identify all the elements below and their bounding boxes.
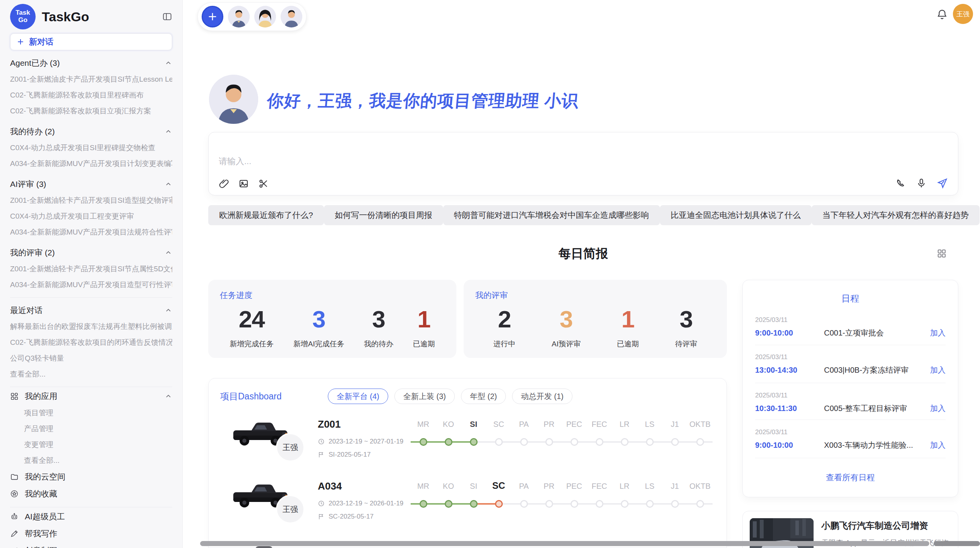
sidebar-item[interactable]: C0X4-动力总成开发项目SI里程碑提交物检查 — [10, 140, 172, 156]
sidebar-item[interactable]: C0X4-动力总成开发项目工程变更评审 — [10, 208, 172, 224]
milestone: PEC — [562, 414, 587, 464]
user-avatar-badge[interactable]: 王强 — [953, 4, 973, 24]
project-row[interactable]: 王强Z0012023-12-19 ~ 2027-01-19SI-2025-05-… — [220, 414, 716, 476]
sidebar-item-tool[interactable]: AI超级员工 — [10, 508, 172, 525]
dashboard-tab[interactable]: 全新上装 (3) — [394, 389, 455, 404]
project-row[interactable]: 王强A0342023-12-19 ~ 2026-01-19SC-2025-05-… — [220, 476, 716, 538]
sidebar-item[interactable]: 查看全部... — [10, 366, 172, 382]
sidebar-section-header[interactable]: 我的待办 (2) — [10, 123, 172, 140]
suggestion-chip[interactable]: 当下年轻人对汽车外观有怎样的喜好趋势 — [812, 205, 980, 225]
milestone-dot — [646, 500, 654, 508]
milestone-label: LS — [637, 482, 662, 491]
project-flag: SI-2025-05-17 — [318, 451, 371, 459]
milestone: SI — [461, 414, 486, 464]
milestone-label: MR — [411, 482, 436, 491]
dashboard-header: 项目Dashboard 全新平台 (4)全新上装 (3)年型 (2)动总开发 (… — [209, 378, 726, 404]
image-icon[interactable] — [238, 178, 249, 189]
sidebar-section-title: 我的待办 (2) — [10, 126, 55, 137]
send-icon[interactable] — [937, 178, 948, 189]
schedule-divider — [755, 420, 946, 420]
paperclip-icon[interactable] — [219, 178, 229, 189]
sidebar-section-title: Agent已办 (3) — [10, 58, 60, 68]
milestone-dot — [420, 500, 427, 508]
scrollbar-corner-thumb[interactable] — [934, 541, 980, 546]
milestone: OKTB — [687, 414, 713, 464]
stat: 3我的待办 — [364, 305, 393, 349]
schedule-time: 10:30-11:30 — [755, 404, 824, 413]
milestone-dot — [696, 500, 704, 508]
dashboard-tab[interactable]: 全新平台 (4) — [328, 389, 388, 404]
message-input[interactable] — [219, 156, 838, 174]
suggestion-chip[interactable]: 比亚迪全固态电池计划具体说了什么 — [660, 205, 812, 225]
milestone: LS — [637, 414, 662, 464]
avatar-2[interactable] — [254, 6, 276, 27]
tool-label: 帮我写作 — [25, 528, 57, 539]
milestone-dot — [545, 500, 553, 508]
sidebar-item-my-apps[interactable]: 我的应用 — [10, 388, 172, 405]
join-meeting-link[interactable]: 加入 — [930, 440, 946, 450]
sidebar-section-header[interactable]: 最近对话 — [10, 302, 172, 319]
sidebar-item[interactable]: 解释最新出台的欧盟报废车法规再生塑料比例被调至15%... — [10, 319, 172, 334]
horizontal-scrollbar-thumb[interactable] — [200, 541, 929, 546]
layout-grid-icon[interactable] — [937, 248, 947, 259]
suggestion-chip[interactable]: 欧洲新规最近颁布了什么? — [208, 205, 324, 225]
milestone-label: KO — [436, 420, 461, 429]
scissors-icon[interactable] — [258, 178, 269, 189]
milestone-label: OKTB — [687, 420, 713, 429]
app-logo: Task Go — [10, 4, 36, 29]
app-link[interactable]: 变更管理 — [10, 437, 172, 452]
sidebar-item[interactable]: C02-飞腾新能源轻客改款项目里程碑画布 — [10, 87, 172, 103]
avatar-3[interactable] — [281, 6, 302, 27]
new-session-button[interactable] — [202, 6, 223, 27]
sidebar-item-tool[interactable]: 帮我写作 — [10, 525, 172, 542]
milestone-dot — [596, 438, 603, 446]
milestone-label: SI — [461, 420, 486, 429]
sidebar-item[interactable]: A034-全新新能源MUV产品开发项目法规符合性评审 — [10, 224, 172, 240]
sidebar-section-title: 最近对话 — [10, 305, 43, 316]
stat-card: 任务进度24新增完成任务3新增AI完成任务3我的待办1已逾期 — [208, 280, 456, 358]
sidebar-item[interactable]: A034-全新新能源MUV产品开发项目计划变更表编写 — [10, 156, 172, 171]
sidebar-item[interactable]: Z001-全新燃油皮卡产品开发项目SI节点Lesson Learn报告 — [10, 71, 172, 87]
app-link[interactable]: 项目管理 — [10, 405, 172, 421]
view-all-schedule-link[interactable]: 查看所有日程 — [743, 472, 958, 483]
schedule-item: 2025/03/1113:00-14:30C003|H0B-方案冻结评审加入 — [755, 353, 946, 375]
notification-bell-icon[interactable] — [936, 9, 948, 20]
sidebar-item[interactable]: 公司Q3轻卡销量 — [10, 350, 172, 366]
sidebar-header: Task Go TaskGo — [10, 5, 172, 28]
microphone-icon[interactable] — [916, 178, 927, 188]
sidebar-item[interactable]: C02-飞腾新能源轻客改款项目立项汇报方案 — [10, 103, 172, 119]
schedule-name: C005-整车工程目标评审 — [824, 403, 930, 414]
app-link[interactable]: 查看全部... — [10, 452, 172, 468]
join-meeting-link[interactable]: 加入 — [930, 403, 946, 414]
join-meeting-link[interactable]: 加入 — [930, 365, 946, 375]
milestone: MR — [411, 476, 436, 526]
dashboard-tab[interactable]: 动总开发 (1) — [512, 389, 572, 404]
sidebar-item[interactable]: A034-全新新能源MUV产品开发项目造型可行性评审 — [10, 277, 172, 293]
clock-icon — [318, 438, 325, 445]
join-meeting-link[interactable]: 加入 — [930, 328, 946, 338]
stat-label: 进行中 — [493, 339, 516, 349]
phone-icon[interactable] — [896, 178, 906, 188]
robot-icon — [10, 512, 19, 521]
milestone-dot — [571, 500, 578, 508]
suggestion-chip[interactable]: 特朗普可能对进口汽车增税会对中国车企造成哪些影响 — [443, 205, 660, 225]
sidebar-collapse-icon[interactable] — [162, 12, 172, 22]
app-title: TaskGo — [42, 9, 156, 24]
sidebar-item[interactable]: C02-飞腾新能源轻客改款项目的闭环通告反馈情况 — [10, 334, 172, 350]
sidebar-item[interactable]: Z001-全新燃油轻卡产品开发项目SI造型提交物评审 — [10, 192, 172, 208]
sidebar-item[interactable]: Z001-全新燃油轻卡产品开发项目SI节点属性5D文件评审 — [10, 261, 172, 277]
sidebar-item-shortcut[interactable]: 我的云空间 — [10, 468, 172, 485]
app-link[interactable]: 产品管理 — [10, 421, 172, 437]
shortcut-label: 我的收藏 — [25, 488, 57, 499]
dashboard-tab[interactable]: 年型 (2) — [461, 389, 506, 404]
sidebar-item-shortcut[interactable]: 我的收藏 — [10, 485, 172, 502]
stat-label: 新增AI完成任务 — [293, 339, 344, 349]
suggestion-chip[interactable]: 如何写一份清晰的项目周报 — [324, 205, 443, 225]
avatar-1[interactable] — [228, 6, 250, 27]
milestone-timeline: MRKOSISCPAPRPECFECLRLSJ1OKTB — [411, 476, 713, 526]
sidebar-item-tool[interactable]: 创意制图 — [10, 542, 172, 548]
sidebar-section-header[interactable]: 我的评审 (2) — [10, 245, 172, 261]
sidebar-section-header[interactable]: AI评审 (3) — [10, 176, 172, 192]
sidebar-section-header[interactable]: Agent已办 (3) — [10, 55, 172, 71]
new-chat-button[interactable]: 新对话 — [10, 33, 172, 50]
